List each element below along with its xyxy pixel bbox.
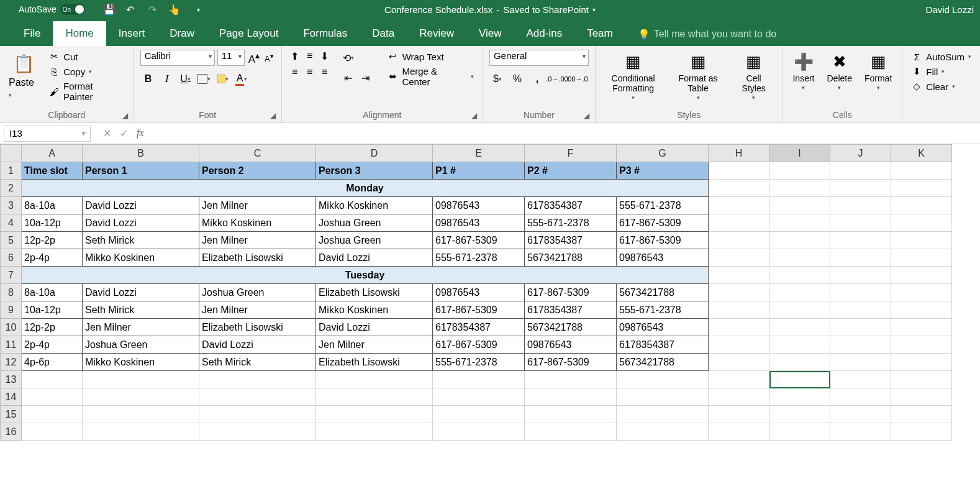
save-icon[interactable]: 💾 [104, 4, 115, 15]
number-format-select[interactable]: General [489, 50, 589, 66]
italic-button[interactable]: I [159, 71, 175, 87]
cell-B1[interactable]: Person 1 [83, 162, 199, 180]
cell-D3[interactable]: Mikko Koskinen [316, 197, 433, 214]
cell-B11[interactable]: Joshua Green [83, 336, 199, 354]
cell-H10[interactable] [709, 319, 769, 336]
cell-I16[interactable] [769, 423, 830, 441]
cell-B3[interactable]: David Lozzi [83, 197, 199, 214]
cell-J14[interactable] [830, 388, 891, 406]
cell-H6[interactable] [709, 249, 769, 267]
row-header-13[interactable]: 13 [1, 371, 22, 388]
cell-C13[interactable] [199, 371, 316, 388]
font-name-select[interactable]: Calibri [140, 50, 215, 66]
cell-A4[interactable]: 10a-12p [22, 214, 83, 232]
cell-G1[interactable]: P3 # [617, 162, 709, 180]
cell-K8[interactable] [891, 284, 952, 301]
cell-J13[interactable] [830, 371, 891, 388]
cell-D11[interactable]: Jen Milner [316, 336, 433, 354]
cell-G3[interactable]: 555-671-2378 [617, 197, 709, 214]
cell-K13[interactable] [891, 371, 952, 388]
cell-B12[interactable]: Mikko Koskinen [83, 354, 199, 371]
cell-D15[interactable] [316, 406, 433, 423]
cell-C14[interactable] [199, 388, 316, 406]
comma-format-button[interactable]: , [529, 71, 545, 87]
cell-H13[interactable] [709, 371, 769, 388]
col-header-D[interactable]: D [316, 145, 433, 162]
user-name[interactable]: David Lozzi [925, 4, 974, 15]
cell-I9[interactable] [769, 301, 830, 319]
increase-font-icon[interactable]: A▴ [247, 50, 261, 66]
tab-insert[interactable]: Insert [106, 21, 158, 46]
cell-J10[interactable] [830, 319, 891, 336]
cell-E13[interactable] [433, 371, 525, 388]
cell-H15[interactable] [709, 406, 769, 423]
cell-D16[interactable] [316, 423, 433, 441]
increase-indent-icon[interactable]: ⇥ [358, 70, 374, 86]
cell-J6[interactable] [830, 249, 891, 267]
cell-K6[interactable] [891, 249, 952, 267]
cell-C15[interactable] [199, 406, 316, 423]
col-header-E[interactable]: E [433, 145, 525, 162]
cell-H9[interactable] [709, 301, 769, 319]
cell-G10[interactable]: 09876543 [617, 319, 709, 336]
decrease-font-icon[interactable]: A▾ [263, 52, 275, 63]
cell-E12[interactable]: 555-671-2378 [433, 354, 525, 371]
redo-icon[interactable]: ↷ [148, 4, 160, 15]
cell-K4[interactable] [891, 214, 952, 232]
cell-B13[interactable] [83, 371, 199, 388]
cell-F9[interactable]: 6178354387 [525, 301, 617, 319]
col-header-F[interactable]: F [525, 145, 617, 162]
cell-C4[interactable]: Mikko Koskinen [199, 214, 316, 232]
cell-K3[interactable] [891, 197, 952, 214]
orientation-button[interactable]: ⟲ [340, 50, 356, 66]
cell-F12[interactable]: 617-867-5309 [525, 354, 617, 371]
tab-data[interactable]: Data [360, 21, 407, 46]
accounting-format-button[interactable]: $ [489, 71, 506, 87]
cell-I15[interactable] [769, 406, 830, 423]
tab-review[interactable]: Review [407, 21, 466, 46]
font-color-button[interactable]: A [234, 71, 250, 87]
cell-A2[interactable]: Monday [22, 180, 709, 197]
row-header-4[interactable]: 4 [1, 214, 22, 232]
cell-F10[interactable]: 5673421788 [525, 319, 617, 336]
delete-cells-button[interactable]: ✖Delete [823, 50, 855, 92]
cell-I12[interactable] [769, 354, 830, 371]
cell-D9[interactable]: Mikko Koskinen [316, 301, 433, 319]
wrap-text-button[interactable]: ↩Wrap Text [385, 50, 476, 63]
cell-A16[interactable] [22, 423, 83, 441]
decrease-decimal-icon[interactable]: .00→.0 [569, 71, 585, 87]
col-header-C[interactable]: C [199, 145, 316, 162]
row-header-12[interactable]: 12 [1, 354, 22, 371]
cell-B8[interactable]: David Lozzi [83, 284, 199, 301]
cell-A8[interactable]: 8a-10a [22, 284, 83, 301]
format-painter-button[interactable]: 🖌Format Painter [46, 80, 127, 103]
cell-I3[interactable] [769, 197, 830, 214]
row-header-2[interactable]: 2 [1, 180, 22, 197]
cell-E8[interactable]: 09876543 [433, 284, 525, 301]
cell-I13[interactable] [769, 371, 830, 388]
cell-G4[interactable]: 617-867-5309 [617, 214, 709, 232]
cell-J12[interactable] [830, 354, 891, 371]
cell-G9[interactable]: 555-671-2378 [617, 301, 709, 319]
align-bottom-icon[interactable]: ⬇ [318, 50, 332, 62]
tab-home[interactable]: Home [53, 21, 106, 46]
cell-K7[interactable] [891, 267, 952, 284]
cell-H5[interactable] [709, 232, 769, 249]
cell-C10[interactable]: Elizabeth Lisowski [199, 319, 316, 336]
cell-H14[interactable] [709, 388, 769, 406]
cell-J16[interactable] [830, 423, 891, 441]
border-button[interactable] [196, 71, 212, 87]
cell-A3[interactable]: 8a-10a [22, 197, 83, 214]
fill-button[interactable]: ⬇Fill [909, 65, 974, 78]
cell-K12[interactable] [891, 354, 952, 371]
cell-I8[interactable] [769, 284, 830, 301]
cell-K15[interactable] [891, 406, 952, 423]
cell-G5[interactable]: 617-867-5309 [617, 232, 709, 249]
touch-mode-icon[interactable]: 👆 [171, 4, 182, 15]
cell-G14[interactable] [617, 388, 709, 406]
cell-J11[interactable] [830, 336, 891, 354]
align-middle-icon[interactable]: ≡ [303, 50, 317, 62]
increase-decimal-icon[interactable]: .0→.00 [549, 71, 565, 87]
alignment-dialog-launcher[interactable]: ◢ [471, 111, 480, 120]
cell-B16[interactable] [83, 423, 199, 441]
